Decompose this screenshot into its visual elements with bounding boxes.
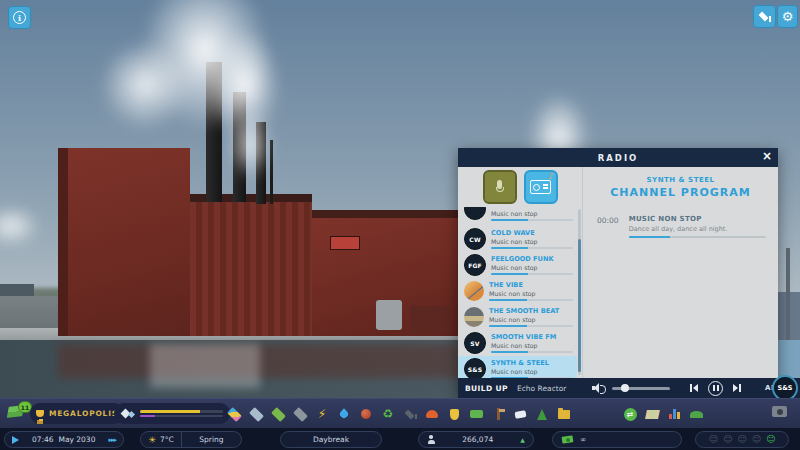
radio-panel-header[interactable]: RADIO × xyxy=(458,148,778,167)
station-item[interactable]: CW COLD WAVE Music non stop xyxy=(458,226,577,252)
communications-icon[interactable] xyxy=(512,405,528,423)
time-controls: 07:46 May 2030 ▸▸▸ xyxy=(4,431,124,448)
pause-button[interactable] xyxy=(708,381,723,396)
station-progress xyxy=(491,247,573,249)
now-playing-track: Echo Reactor xyxy=(517,384,566,393)
program-progress xyxy=(629,236,766,238)
volume-knob[interactable] xyxy=(621,384,629,392)
station-item[interactable]: THE VIBE Music non stop xyxy=(458,278,577,304)
up-arrow-icon: ▲ xyxy=(520,436,525,443)
garbage-icon[interactable]: ♻ xyxy=(380,405,396,423)
now-playing-show: BUILD UP xyxy=(465,384,508,393)
factory-building xyxy=(190,200,312,336)
music-note-icon: ♪ xyxy=(548,171,554,181)
weather-season[interactable]: ☀ 7°C Spring xyxy=(140,431,242,448)
roads-icon[interactable] xyxy=(248,405,264,423)
station-logo: FGF xyxy=(464,254,486,276)
sun-icon: ☀ xyxy=(148,435,156,445)
welfare-icon[interactable] xyxy=(490,405,506,423)
time-of-day[interactable]: Daybreak xyxy=(280,431,382,448)
toolbar-icons: ⚡ ♻ ⇄ xyxy=(226,402,704,426)
fire-rescue-icon[interactable] xyxy=(424,405,440,423)
station-progress xyxy=(489,299,573,301)
temperature: 7°C xyxy=(160,435,174,444)
happiness-face-icon: ☺ xyxy=(723,435,732,444)
money-amount: ∞ xyxy=(580,435,586,444)
container-stack xyxy=(410,306,450,332)
settings-button[interactable]: ⚙ xyxy=(777,5,798,28)
scrollbar[interactable] xyxy=(578,209,581,375)
station-logo: CW xyxy=(464,228,486,250)
station-logo xyxy=(464,207,486,220)
station-item[interactable]: FGF FEELGOOD FUNK Music non stop xyxy=(458,252,577,278)
education-icon[interactable] xyxy=(402,405,418,423)
transportation-icon[interactable] xyxy=(468,405,484,423)
terrain-icon[interactable] xyxy=(688,405,704,423)
speaker-icon[interactable] xyxy=(592,383,602,393)
station-progress xyxy=(491,273,573,275)
smoke-plume xyxy=(0,206,40,246)
scrollbar-thumb[interactable] xyxy=(578,239,581,372)
station-logo xyxy=(464,307,484,327)
happiness-face-icon-active: ☺ xyxy=(766,435,775,444)
happiness-indicator[interactable]: ☺ ☺ ☺ ☺ ☺ xyxy=(695,431,789,448)
close-icon[interactable]: × xyxy=(762,149,772,163)
parks-icon[interactable] xyxy=(534,405,550,423)
electricity-icon[interactable]: ⚡ xyxy=(314,405,330,423)
statistics-icon[interactable] xyxy=(666,405,682,423)
map-info-icon[interactable] xyxy=(644,405,660,423)
info-button[interactable]: i xyxy=(8,6,31,29)
status-bar: 07:46 May 2030 ▸▸▸ ☀ 7°C Spring Daybreak… xyxy=(0,428,800,450)
main-toolbar: 11 MEGALOPOLIS ⚡ ♻ xyxy=(0,398,800,429)
money-icon xyxy=(562,435,574,443)
zones-icon[interactable] xyxy=(226,405,242,423)
photo-mode-icon[interactable] xyxy=(772,406,787,417)
program-entry: 00:00 MUSIC NON STOP Dance all day, danc… xyxy=(597,215,766,238)
person-icon xyxy=(427,435,435,444)
station-item[interactable]: SV SMOOTH VIBE FM Music non stop xyxy=(458,330,577,356)
station-logo: SV xyxy=(464,332,486,354)
factory-shadow xyxy=(58,148,68,336)
previous-track-button[interactable] xyxy=(690,384,698,392)
offices-icon[interactable] xyxy=(556,405,572,423)
next-track-button[interactable] xyxy=(733,384,741,392)
smoke-reflection xyxy=(150,344,260,388)
milestone-button[interactable]: MEGALOPOLIS xyxy=(30,403,124,424)
healthcare-icon[interactable] xyxy=(358,405,374,423)
panel-title: RADIO xyxy=(598,153,639,163)
speed-chevrons-icon[interactable]: ▸▸▸ xyxy=(108,436,116,444)
program-station-name: SYNTH & STEEL xyxy=(583,176,778,184)
volume-slider[interactable] xyxy=(612,387,670,390)
station-progress xyxy=(491,351,573,353)
tab-radio-stations[interactable]: ♪ xyxy=(524,170,558,204)
police-icon[interactable] xyxy=(446,405,462,423)
districts-icon[interactable] xyxy=(292,405,308,423)
station-item-selected[interactable]: S&S SYNTH & STEEL Music non stop xyxy=(458,356,577,378)
areas-icon[interactable] xyxy=(270,405,286,423)
station-logo xyxy=(464,281,484,301)
milestone-name: MEGALOPOLIS xyxy=(49,409,118,418)
smoke-plume xyxy=(100,40,190,130)
game-screen: i ⚙ RADIO × ♪ xyxy=(0,0,800,450)
game-time: 07:46 May 2030 xyxy=(32,435,95,444)
progress-button[interactable] xyxy=(114,403,230,424)
play-button[interactable] xyxy=(12,436,19,444)
station-item[interactable]: Music non stop xyxy=(458,207,577,226)
info-icon: i xyxy=(13,11,26,24)
economy-icon[interactable]: ⇄ xyxy=(622,405,638,423)
happiness-face-icon: ☺ xyxy=(752,435,761,444)
money-indicator[interactable]: ∞ xyxy=(552,431,682,448)
tab-talk-shows[interactable] xyxy=(483,170,517,204)
station-item[interactable]: THE SMOOTH BEAT Music non stop xyxy=(458,304,577,330)
tutorials-button[interactable] xyxy=(753,5,776,28)
happiness-face-icon: ☺ xyxy=(737,435,746,444)
radio-player-bar: BUILD UP Echo Reactor ADS ◉ S&S xyxy=(458,378,800,398)
distant-tower xyxy=(786,248,790,344)
xp-bars xyxy=(140,410,223,417)
program-heading: CHANNEL PROGRAM xyxy=(583,186,778,199)
radio-panel: RADIO × ♪ xyxy=(458,148,778,398)
population-indicator[interactable]: 266,074 ▲ xyxy=(418,431,534,448)
happiness-face-icon: ☺ xyxy=(709,435,718,444)
water-icon[interactable] xyxy=(336,405,352,423)
factory-roof xyxy=(312,210,462,218)
